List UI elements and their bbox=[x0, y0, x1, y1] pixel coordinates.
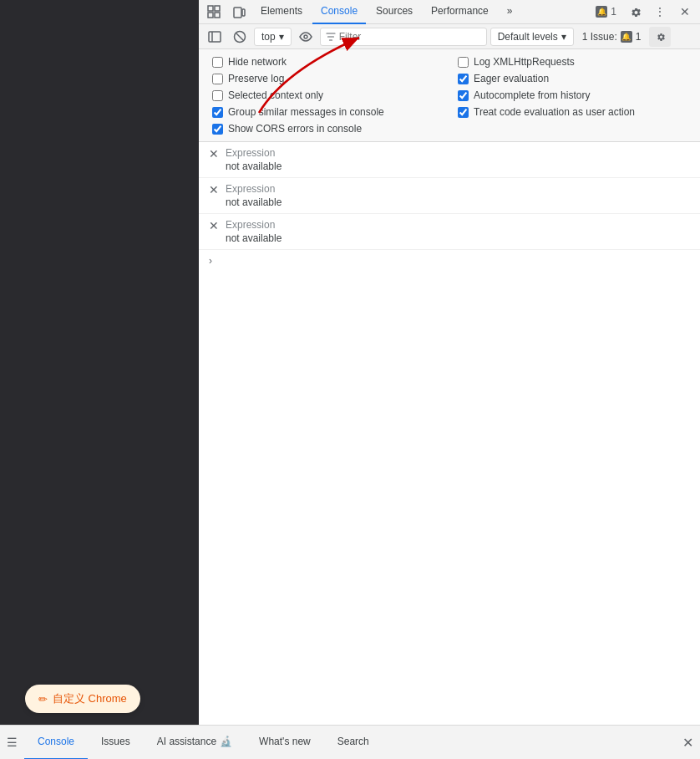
treat-code-checkbox[interactable]: Treat code evaluation as user action bbox=[458, 106, 687, 118]
expression-close-0[interactable]: ✕ bbox=[209, 148, 219, 160]
bottom-tab-console[interactable]: Console bbox=[24, 726, 88, 760]
customize-chrome-button[interactable]: ✏ 自定义 Chrome bbox=[25, 685, 140, 713]
expression-close-1[interactable]: ✕ bbox=[209, 184, 219, 196]
console-empty-area bbox=[199, 272, 700, 648]
devtools-bottom-bar: ☰ Console Issues AI assistance 🔬 What's … bbox=[0, 725, 700, 759]
issues-toolbar-icon: 🔔 bbox=[621, 31, 632, 43]
expression-item-0: ✕ Expression not available bbox=[199, 142, 700, 178]
svg-rect-6 bbox=[209, 32, 221, 42]
treat-code-input[interactable] bbox=[458, 107, 469, 118]
bottom-tab-issues[interactable]: Issues bbox=[88, 726, 144, 760]
expression-value-0: not available bbox=[226, 160, 282, 172]
issues-nav-badge: 🔔 1 bbox=[591, 6, 621, 18]
svg-line-9 bbox=[236, 33, 243, 40]
svg-rect-3 bbox=[215, 13, 220, 18]
inspect-element-button[interactable] bbox=[202, 1, 226, 23]
close-icon: ✕ bbox=[682, 735, 693, 751]
expression-label-0: Expression bbox=[226, 147, 282, 159]
console-settings-panel: Hide network Log XMLHttpRequests Preserv… bbox=[199, 49, 700, 142]
eye-button[interactable] bbox=[295, 27, 317, 47]
bottom-menu-icon[interactable]: ☰ bbox=[0, 736, 24, 749]
filter-input-container[interactable] bbox=[320, 28, 487, 46]
expand-arrow[interactable]: › bbox=[199, 250, 700, 272]
show-cors-checkbox[interactable]: Show CORS errors in console bbox=[212, 123, 441, 135]
chevron-down-icon: ▾ bbox=[561, 31, 566, 43]
close-bottom-bar-button[interactable]: ✕ bbox=[675, 730, 700, 755]
devtools-nav-bar: Elements Console Sources Performance » 🔔… bbox=[199, 0, 700, 24]
selected-ctx-input[interactable] bbox=[212, 90, 223, 101]
group-similar-input[interactable] bbox=[212, 107, 223, 118]
more-options-nav-button[interactable]: ⋮ bbox=[648, 1, 672, 23]
bottom-tab-whatsnew[interactable]: What's new bbox=[246, 726, 324, 760]
clear-console-button[interactable] bbox=[229, 27, 251, 47]
show-cors-input[interactable] bbox=[212, 124, 223, 135]
log-levels-select[interactable]: Default levels ▾ bbox=[490, 28, 574, 46]
expression-value-1: not available bbox=[226, 196, 282, 208]
hide-network-checkbox[interactable]: Hide network bbox=[212, 56, 441, 68]
expression-value-2: not available bbox=[226, 232, 282, 244]
more-vert-icon: ⋮ bbox=[654, 5, 666, 18]
context-selector[interactable]: top ▾ bbox=[254, 28, 292, 46]
selected-ctx-checkbox[interactable]: Selected context only bbox=[212, 89, 441, 101]
svg-rect-1 bbox=[215, 6, 220, 11]
tab-more[interactable]: » bbox=[499, 0, 521, 24]
expression-content-1: Expression not available bbox=[226, 183, 282, 208]
svg-rect-0 bbox=[208, 6, 213, 11]
device-toolbar-button[interactable] bbox=[227, 1, 251, 23]
issues-toolbar-badge: 1 Issue: 🔔 1 bbox=[577, 31, 647, 43]
browser-sidebar bbox=[0, 0, 199, 725]
console-toolbar: top ▾ Default levels ▾ 1 Issue: 🔔 1 bbox=[199, 24, 700, 49]
filter-input[interactable] bbox=[339, 31, 481, 43]
tab-console[interactable]: Console bbox=[312, 0, 366, 24]
expression-item-1: ✕ Expression not available bbox=[199, 178, 700, 214]
autocomplete-input[interactable] bbox=[458, 90, 469, 101]
expression-label-1: Expression bbox=[226, 183, 282, 195]
svg-point-10 bbox=[304, 35, 307, 38]
chevron-down-icon: ▾ bbox=[279, 31, 284, 43]
preserve-log-checkbox[interactable]: Preserve log bbox=[212, 73, 441, 84]
settings-nav-button[interactable] bbox=[623, 1, 647, 23]
eager-eval-input[interactable] bbox=[458, 74, 469, 84]
sidebar-toggle-button[interactable] bbox=[204, 27, 226, 47]
hide-network-input[interactable] bbox=[212, 57, 223, 68]
issues-badge-icon: 🔔 bbox=[596, 6, 607, 18]
svg-rect-2 bbox=[208, 13, 213, 18]
eager-eval-checkbox[interactable]: Eager evaluation bbox=[458, 73, 687, 84]
bottom-tab-search[interactable]: Search bbox=[324, 726, 383, 760]
svg-rect-4 bbox=[234, 8, 241, 18]
expression-content-0: Expression not available bbox=[226, 147, 282, 172]
expression-label-2: Expression bbox=[226, 219, 282, 231]
tab-elements[interactable]: Elements bbox=[252, 0, 311, 24]
bottom-tab-ai[interactable]: AI assistance 🔬 bbox=[144, 726, 246, 760]
tab-sources[interactable]: Sources bbox=[368, 0, 421, 24]
expression-close-2[interactable]: ✕ bbox=[209, 220, 219, 232]
console-main: ✕ Expression not available ✕ Expression … bbox=[199, 142, 700, 648]
devtools-panel: Elements Console Sources Performance » 🔔… bbox=[199, 0, 700, 725]
group-similar-checkbox[interactable]: Group similar messages in console bbox=[212, 106, 441, 118]
log-xml-checkbox[interactable]: Log XMLHttpRequests bbox=[458, 56, 687, 68]
svg-rect-5 bbox=[242, 9, 245, 16]
console-settings-button[interactable] bbox=[649, 27, 671, 47]
preserve-log-input[interactable] bbox=[212, 74, 223, 84]
expression-item-2: ✕ Expression not available bbox=[199, 214, 700, 250]
close-devtools-button[interactable]: ✕ bbox=[673, 1, 697, 23]
tab-performance[interactable]: Performance bbox=[423, 0, 497, 24]
pencil-icon: ✏ bbox=[38, 693, 48, 706]
expression-content-2: Expression not available bbox=[226, 219, 282, 244]
close-icon: ✕ bbox=[680, 5, 690, 18]
ai-icon: 🔬 bbox=[220, 736, 232, 747]
autocomplete-checkbox[interactable]: Autocomplete from history bbox=[458, 89, 687, 101]
log-xml-input[interactable] bbox=[458, 57, 469, 68]
